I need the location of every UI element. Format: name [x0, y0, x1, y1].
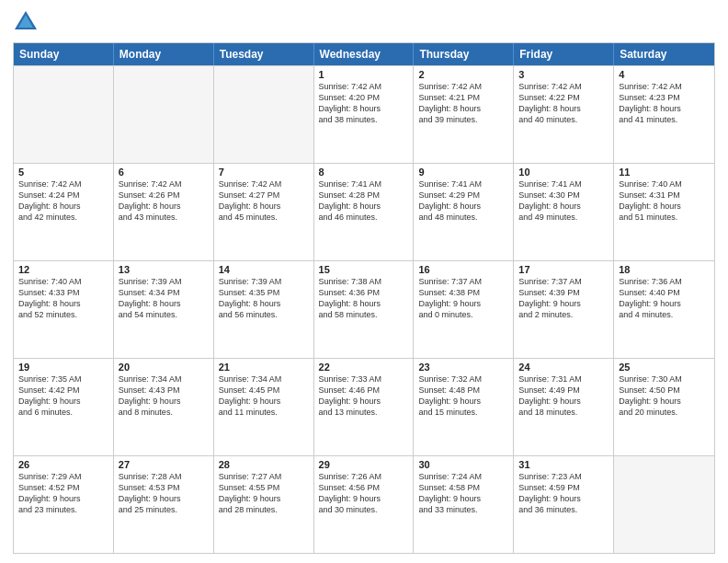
day-cell-8: 8Sunrise: 7:41 AMSunset: 4:28 PMDaylight… — [314, 164, 415, 260]
day-number: 19 — [18, 362, 108, 373]
day-number: 18 — [619, 264, 710, 275]
day-info: Sunrise: 7:24 AMSunset: 4:58 PMDaylight:… — [418, 471, 508, 516]
day-cell-30: 30Sunrise: 7:24 AMSunset: 4:58 PMDayligh… — [414, 456, 514, 553]
day-info: Sunrise: 7:41 AMSunset: 4:28 PMDaylight:… — [319, 178, 409, 224]
day-cell-23: 23Sunrise: 7:32 AMSunset: 4:48 PMDayligh… — [414, 359, 514, 455]
day-number: 13 — [119, 264, 209, 275]
day-info: Sunrise: 7:42 AMSunset: 4:24 PMDaylight:… — [18, 178, 108, 224]
day-info: Sunrise: 7:35 AMSunset: 4:42 PMDaylight:… — [18, 373, 108, 419]
day-cell-13: 13Sunrise: 7:39 AMSunset: 4:34 PMDayligh… — [114, 261, 214, 358]
day-cell-9: 9Sunrise: 7:41 AMSunset: 4:29 PMDaylight… — [414, 164, 514, 260]
day-number: 16 — [418, 264, 508, 275]
day-number: 26 — [18, 459, 108, 470]
day-cell-26: 26Sunrise: 7:29 AMSunset: 4:52 PMDayligh… — [14, 456, 114, 553]
day-info: Sunrise: 7:38 AMSunset: 4:36 PMDaylight:… — [319, 276, 409, 321]
day-number: 12 — [18, 264, 108, 275]
day-cell-31: 31Sunrise: 7:23 AMSunset: 4:59 PMDayligh… — [514, 456, 614, 553]
day-info: Sunrise: 7:42 AMSunset: 4:20 PMDaylight:… — [319, 81, 409, 126]
day-info: Sunrise: 7:39 AMSunset: 4:35 PMDaylight:… — [219, 276, 309, 321]
day-info: Sunrise: 7:37 AMSunset: 4:39 PMDaylight:… — [518, 276, 609, 321]
header-day-sunday: Sunday — [14, 43, 114, 65]
empty-cell — [14, 66, 114, 163]
week-row-1: 1Sunrise: 7:42 AMSunset: 4:20 PMDaylight… — [14, 65, 714, 163]
header-day-saturday: Saturday — [614, 43, 714, 65]
day-cell-25: 25Sunrise: 7:30 AMSunset: 4:50 PMDayligh… — [614, 359, 714, 455]
day-info: Sunrise: 7:32 AMSunset: 4:48 PMDaylight:… — [418, 373, 508, 419]
day-cell-28: 28Sunrise: 7:27 AMSunset: 4:55 PMDayligh… — [214, 456, 314, 553]
day-cell-15: 15Sunrise: 7:38 AMSunset: 4:36 PMDayligh… — [314, 261, 415, 358]
day-cell-20: 20Sunrise: 7:34 AMSunset: 4:43 PMDayligh… — [114, 359, 214, 455]
header-day-monday: Monday — [114, 43, 214, 65]
header-day-wednesday: Wednesday — [314, 43, 415, 65]
empty-cell — [614, 456, 714, 553]
day-cell-2: 2Sunrise: 7:42 AMSunset: 4:21 PMDaylight… — [414, 66, 514, 163]
day-info: Sunrise: 7:33 AMSunset: 4:46 PMDaylight:… — [319, 373, 409, 419]
day-number: 24 — [518, 362, 609, 373]
day-cell-16: 16Sunrise: 7:37 AMSunset: 4:38 PMDayligh… — [414, 261, 514, 358]
day-info: Sunrise: 7:23 AMSunset: 4:59 PMDaylight:… — [518, 471, 609, 516]
day-cell-10: 10Sunrise: 7:41 AMSunset: 4:30 PMDayligh… — [514, 164, 614, 260]
day-cell-5: 5Sunrise: 7:42 AMSunset: 4:24 PMDaylight… — [14, 164, 114, 260]
day-info: Sunrise: 7:36 AMSunset: 4:40 PMDaylight:… — [619, 276, 710, 321]
day-info: Sunrise: 7:28 AMSunset: 4:53 PMDaylight:… — [119, 471, 209, 516]
day-info: Sunrise: 7:34 AMSunset: 4:45 PMDaylight:… — [219, 373, 309, 419]
day-number: 5 — [18, 167, 108, 178]
day-number: 17 — [518, 264, 609, 275]
day-info: Sunrise: 7:27 AMSunset: 4:55 PMDaylight:… — [219, 471, 309, 516]
day-number: 6 — [119, 167, 209, 178]
day-cell-27: 27Sunrise: 7:28 AMSunset: 4:53 PMDayligh… — [114, 456, 214, 553]
day-cell-11: 11Sunrise: 7:40 AMSunset: 4:31 PMDayligh… — [614, 164, 714, 260]
day-cell-29: 29Sunrise: 7:26 AMSunset: 4:56 PMDayligh… — [314, 456, 415, 553]
day-number: 23 — [418, 362, 508, 373]
day-cell-3: 3Sunrise: 7:42 AMSunset: 4:22 PMDaylight… — [514, 66, 614, 163]
day-cell-6: 6Sunrise: 7:42 AMSunset: 4:26 PMDaylight… — [114, 164, 214, 260]
day-info: Sunrise: 7:42 AMSunset: 4:21 PMDaylight:… — [418, 81, 508, 126]
day-cell-7: 7Sunrise: 7:42 AMSunset: 4:27 PMDaylight… — [214, 164, 314, 260]
empty-cell — [114, 66, 214, 163]
day-info: Sunrise: 7:41 AMSunset: 4:30 PMDaylight:… — [518, 178, 609, 224]
header-day-tuesday: Tuesday — [214, 43, 314, 65]
day-number: 21 — [219, 362, 309, 373]
week-row-4: 19Sunrise: 7:35 AMSunset: 4:42 PMDayligh… — [14, 358, 714, 455]
logo-icon — [13, 9, 39, 35]
header — [13, 9, 715, 35]
week-row-5: 26Sunrise: 7:29 AMSunset: 4:52 PMDayligh… — [14, 455, 714, 553]
day-number: 1 — [319, 69, 409, 80]
header-day-thursday: Thursday — [414, 43, 514, 65]
page: SundayMondayTuesdayWednesdayThursdayFrid… — [0, 0, 728, 563]
day-number: 20 — [119, 362, 209, 373]
day-info: Sunrise: 7:40 AMSunset: 4:33 PMDaylight:… — [18, 276, 108, 321]
day-number: 8 — [319, 167, 409, 178]
day-info: Sunrise: 7:41 AMSunset: 4:29 PMDaylight:… — [418, 178, 508, 224]
day-number: 11 — [619, 167, 710, 178]
day-cell-17: 17Sunrise: 7:37 AMSunset: 4:39 PMDayligh… — [514, 261, 614, 358]
day-number: 27 — [119, 459, 209, 470]
empty-cell — [214, 66, 314, 163]
day-info: Sunrise: 7:42 AMSunset: 4:27 PMDaylight:… — [219, 178, 309, 224]
day-info: Sunrise: 7:42 AMSunset: 4:23 PMDaylight:… — [619, 81, 710, 126]
day-number: 3 — [518, 69, 609, 80]
day-info: Sunrise: 7:37 AMSunset: 4:38 PMDaylight:… — [418, 276, 508, 321]
header-day-friday: Friday — [514, 43, 614, 65]
day-cell-18: 18Sunrise: 7:36 AMSunset: 4:40 PMDayligh… — [614, 261, 714, 358]
day-info: Sunrise: 7:42 AMSunset: 4:22 PMDaylight:… — [518, 81, 609, 126]
day-number: 2 — [418, 69, 508, 80]
day-number: 22 — [319, 362, 409, 373]
calendar-body: 1Sunrise: 7:42 AMSunset: 4:20 PMDaylight… — [14, 65, 714, 553]
logo — [13, 9, 42, 35]
day-cell-12: 12Sunrise: 7:40 AMSunset: 4:33 PMDayligh… — [14, 261, 114, 358]
day-cell-1: 1Sunrise: 7:42 AMSunset: 4:20 PMDaylight… — [314, 66, 415, 163]
day-info: Sunrise: 7:42 AMSunset: 4:26 PMDaylight:… — [119, 178, 209, 224]
day-number: 29 — [319, 459, 409, 470]
week-row-2: 5Sunrise: 7:42 AMSunset: 4:24 PMDaylight… — [14, 163, 714, 260]
day-number: 10 — [518, 167, 609, 178]
day-cell-21: 21Sunrise: 7:34 AMSunset: 4:45 PMDayligh… — [214, 359, 314, 455]
day-number: 14 — [219, 264, 309, 275]
day-cell-24: 24Sunrise: 7:31 AMSunset: 4:49 PMDayligh… — [514, 359, 614, 455]
day-cell-19: 19Sunrise: 7:35 AMSunset: 4:42 PMDayligh… — [14, 359, 114, 455]
day-number: 9 — [418, 167, 508, 178]
day-number: 25 — [619, 362, 710, 373]
calendar: SundayMondayTuesdayWednesdayThursdayFrid… — [13, 42, 715, 554]
week-row-3: 12Sunrise: 7:40 AMSunset: 4:33 PMDayligh… — [14, 260, 714, 358]
day-info: Sunrise: 7:34 AMSunset: 4:43 PMDaylight:… — [119, 373, 209, 419]
